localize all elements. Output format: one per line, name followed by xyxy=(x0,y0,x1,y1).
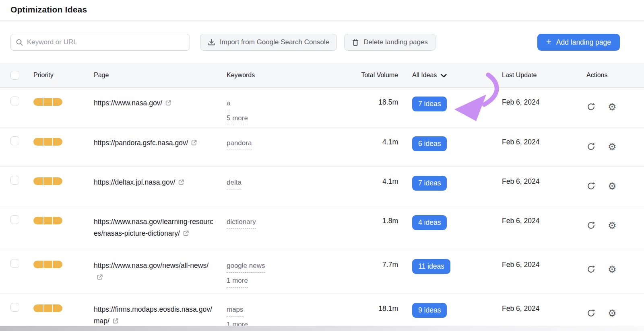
priority-segment xyxy=(33,98,43,106)
select-all-checkbox[interactable] xyxy=(10,71,19,80)
page-url: https://www.nasa.gov/learning-resources/… xyxy=(94,218,213,237)
priority-segment xyxy=(43,261,53,268)
column-header-priority: Priority xyxy=(33,63,94,88)
last-update: Feb 6, 2024 xyxy=(502,88,586,107)
gear-icon: ⚙ xyxy=(608,220,617,231)
last-update: Feb 6, 2024 xyxy=(502,294,586,313)
priority-indicator xyxy=(33,138,62,146)
external-link-icon[interactable] xyxy=(178,177,184,189)
more-keywords-link[interactable]: 1 more xyxy=(227,275,248,288)
priority-segment xyxy=(53,261,62,268)
priority-segment xyxy=(33,304,43,312)
row-checkbox[interactable] xyxy=(10,215,19,224)
priority-segment xyxy=(33,138,43,146)
row-checkbox[interactable] xyxy=(10,176,19,185)
ideas-count-button[interactable]: 9 ideas xyxy=(412,303,447,318)
ideas-count-button[interactable]: 11 ideas xyxy=(412,259,450,274)
delete-landing-pages-button[interactable]: Delete landing pages xyxy=(344,34,436,51)
row-checkbox[interactable] xyxy=(10,303,19,312)
priority-segment xyxy=(53,217,62,224)
last-update: Feb 6, 2024 xyxy=(502,206,586,225)
page-url: https://firms.modaps.eosdis.nasa.gov/map… xyxy=(94,305,212,325)
priority-segment xyxy=(43,98,53,106)
table-row: https://www.nasa.gov/ a5 more 18.5m 7 id… xyxy=(0,88,644,127)
ideas-count-button[interactable]: 7 ideas xyxy=(412,97,447,111)
settings-button[interactable]: ⚙ xyxy=(608,182,617,191)
column-header-total-volume: Total Volume xyxy=(328,63,398,88)
keyword-link[interactable]: dictionary xyxy=(227,216,256,229)
column-header-page: Page xyxy=(94,63,227,88)
row-checkbox[interactable] xyxy=(10,136,19,145)
column-header-actions: Actions xyxy=(586,63,622,88)
keyword-link[interactable]: delta xyxy=(227,177,242,189)
settings-button[interactable]: ⚙ xyxy=(608,103,617,111)
gear-icon: ⚙ xyxy=(608,308,617,319)
refresh-button[interactable] xyxy=(586,308,596,318)
table-row: https://pandora.gsfc.nasa.gov/ pandora 4… xyxy=(0,127,644,167)
gear-icon: ⚙ xyxy=(608,181,617,192)
total-volume: 18.5m xyxy=(328,88,398,107)
refresh-button[interactable] xyxy=(586,142,596,151)
more-keywords-link[interactable]: 5 more xyxy=(227,112,248,125)
settings-button[interactable]: ⚙ xyxy=(608,265,617,274)
priority-segment xyxy=(33,261,43,268)
column-header-ideas-filter[interactable]: All Ideas xyxy=(398,63,502,88)
keyword-link[interactable]: maps xyxy=(227,304,244,317)
add-landing-page-label: Add landing page xyxy=(556,38,611,47)
toolbar: Import from Google Search Console Delete… xyxy=(0,21,644,51)
delete-landing-pages-label: Delete landing pages xyxy=(363,38,428,46)
refresh-button[interactable] xyxy=(586,181,596,191)
ideas-filter-label: All Ideas xyxy=(412,72,437,79)
priority-segment xyxy=(33,217,43,224)
last-update: Feb 6, 2024 xyxy=(502,167,586,186)
keyword-link[interactable]: a xyxy=(227,97,230,110)
ideas-count-button[interactable]: 4 ideas xyxy=(412,215,447,230)
page-title: Optimization Ideas xyxy=(10,5,634,14)
keyword-link[interactable]: google news xyxy=(227,260,265,273)
import-gsc-label: Import from Google Search Console xyxy=(220,38,329,46)
priority-segment xyxy=(53,98,62,106)
optimization-ideas-page: Optimization Ideas Import from Google Se… xyxy=(0,0,644,331)
external-link-icon[interactable] xyxy=(183,228,189,240)
external-link-icon[interactable] xyxy=(191,138,197,150)
priority-segment xyxy=(53,138,62,146)
gear-icon: ⚙ xyxy=(608,264,617,275)
page-header: Optimization Ideas xyxy=(0,0,644,21)
refresh-button[interactable] xyxy=(586,265,596,274)
import-gsc-button[interactable]: Import from Google Search Console xyxy=(200,34,337,51)
settings-button[interactable]: ⚙ xyxy=(608,142,617,151)
priority-segment xyxy=(33,177,43,185)
add-landing-page-button[interactable]: + Add landing page xyxy=(537,34,620,51)
table-row: https://www.nasa.gov/learning-resources/… xyxy=(0,206,644,250)
ideas-count-button[interactable]: 7 ideas xyxy=(412,176,447,191)
settings-button[interactable]: ⚙ xyxy=(608,309,617,318)
page-url: https://deltax.jpl.nasa.gov/ xyxy=(94,178,175,186)
total-volume: 4.1m xyxy=(328,127,398,146)
refresh-icon xyxy=(586,221,596,230)
external-link-icon[interactable] xyxy=(97,272,103,284)
refresh-icon xyxy=(586,181,596,191)
priority-segment xyxy=(43,304,53,312)
priority-segment xyxy=(53,304,62,312)
keywords-cell: pandora xyxy=(227,127,328,152)
search-box[interactable] xyxy=(10,34,190,51)
refresh-button[interactable] xyxy=(586,221,596,230)
total-volume: 7.7m xyxy=(328,250,398,269)
refresh-button[interactable] xyxy=(586,102,596,111)
search-icon xyxy=(16,39,23,46)
page-url: https://www.nasa.gov/ xyxy=(94,99,162,107)
ideas-count-button[interactable]: 6 ideas xyxy=(412,136,447,151)
screenshot-bottom-edge xyxy=(0,326,644,331)
settings-button[interactable]: ⚙ xyxy=(608,221,617,230)
keywords-cell: dictionary xyxy=(227,206,328,231)
row-checkbox[interactable] xyxy=(10,97,19,105)
table-body: https://www.nasa.gov/ a5 more 18.5m 7 id… xyxy=(0,88,644,331)
row-checkbox[interactable] xyxy=(10,259,19,268)
page-url: https://pandora.gsfc.nasa.gov/ xyxy=(94,139,188,147)
keyword-link[interactable]: pandora xyxy=(227,137,252,150)
external-link-icon[interactable] xyxy=(165,98,171,110)
search-input[interactable] xyxy=(27,38,185,46)
refresh-icon xyxy=(586,142,596,151)
keywords-cell: a5 more xyxy=(227,88,328,127)
table-row: https://www.nasa.gov/news/all-news/ goog… xyxy=(0,250,644,294)
